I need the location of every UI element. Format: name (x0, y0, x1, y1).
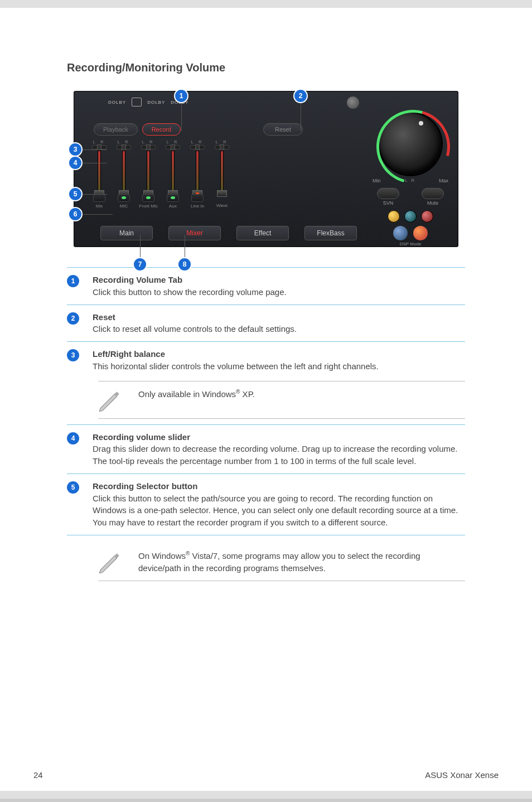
balance-slider[interactable] (190, 145, 205, 149)
tab-playback[interactable]: Playback (94, 123, 138, 136)
lr-label: L R (114, 140, 134, 144)
knob-panel: Min L R Max SVN Mute (369, 113, 452, 247)
row-label: Left/Right balance (93, 348, 465, 360)
balance-slider[interactable] (215, 145, 229, 149)
volume-slider[interactable] (171, 151, 175, 192)
selector-button[interactable] (191, 194, 204, 202)
row-body: Click this button to select the path/sou… (93, 494, 458, 528)
channel-col: L R MIC (114, 140, 134, 209)
lr-label: L R (138, 140, 158, 144)
lead-line (81, 194, 107, 195)
logo-dolby: DOLBY (147, 100, 165, 105)
row-number: 3 (67, 349, 79, 361)
tab-mixer[interactable]: Mixer (168, 226, 221, 240)
callout-5: 5 (69, 188, 81, 200)
tab-record[interactable]: Record (142, 123, 181, 136)
tab-effect[interactable]: Effect (236, 226, 289, 240)
selector-button[interactable] (167, 194, 179, 202)
row-text: Recording Selector button Click this but… (93, 480, 465, 529)
pencil-icon (98, 388, 122, 412)
channel-col: L R Front Mic (138, 140, 158, 209)
product-name: ASUS Xonar Xense (425, 770, 499, 780)
desc-row: 1 Recording Volume Tab Click this button… (67, 267, 465, 305)
tab-main[interactable]: Main (100, 226, 153, 240)
channel-col: L R Wave (212, 140, 232, 209)
lr-label: L R (163, 140, 183, 144)
desc-row: 5 Recording Selector button Click this b… (67, 474, 465, 535)
note-text: Only available in Windows® XP. (138, 388, 255, 400)
bottom-gray-bar (0, 791, 532, 799)
dsp-gx-button[interactable] (413, 226, 428, 240)
row-number: 4 (67, 432, 79, 445)
row-label: Recording volume slider (93, 431, 465, 443)
desc-row: 2 Reset Click to reset all volume contro… (67, 305, 465, 342)
selector-button[interactable] (142, 194, 154, 202)
balance-slider[interactable] (117, 145, 131, 149)
dsp-row (369, 226, 452, 240)
callout-4: 4 (69, 157, 81, 169)
tab-row: Playback Record (94, 123, 181, 136)
row-body: Click this button to show the recording … (93, 287, 287, 297)
channel-col: L R Aux (163, 140, 183, 209)
channel-label: Front Mic (138, 204, 158, 209)
channel-label: Mix (89, 204, 109, 209)
row-label: Recording Selector button (93, 480, 465, 492)
volume-slider[interactable] (220, 151, 224, 192)
channel-label: Line In (187, 204, 207, 209)
row-number: 2 (67, 312, 79, 325)
callout-1: 1 (175, 90, 187, 102)
volume-slider[interactable] (98, 151, 101, 192)
channel-label: MIC (114, 204, 134, 209)
row-text: Reset Click to reset all volume controls… (93, 311, 465, 336)
channel-label: Wave (212, 203, 232, 208)
dsp-hf-button[interactable] (393, 226, 408, 240)
mode-icon[interactable] (404, 210, 417, 223)
row-body: Click to reset all volume controls to th… (93, 324, 297, 334)
mini-icons (369, 210, 452, 223)
row-text: Recording Volume Tab Click this button t… (93, 274, 465, 298)
row-text: Left/Right balance This horizontal slide… (93, 348, 465, 373)
page-number: 24 (33, 770, 43, 780)
lr-label: L R (89, 140, 109, 144)
tab-flexbass[interactable]: FlexBass (304, 226, 357, 240)
note-text: On Windows® Vista/7, some programs may a… (138, 550, 465, 574)
callout-8: 8 (178, 258, 191, 270)
audio-panel: DOLBY DOLBY DOLBY Playback Record Reset … (74, 91, 458, 247)
max-label: Max (439, 178, 448, 183)
row-label: Recording Volume Tab (93, 274, 465, 286)
dsp-label: DSP Mode (369, 241, 452, 247)
balance-slider[interactable] (141, 145, 156, 149)
reset-button[interactable]: Reset (263, 123, 303, 136)
mute-toggle[interactable] (422, 188, 444, 199)
callout-7: 7 (134, 258, 146, 270)
desc-row: 3 Left/Right balance This horizontal sli… (67, 341, 465, 379)
balance-slider[interactable] (92, 145, 107, 149)
row-number: 1 (67, 275, 79, 287)
note-prefix: Only available in Windows (138, 389, 236, 399)
channel-col: L R Line In (187, 140, 207, 209)
svn-mute-row: SVN Mute (377, 188, 444, 206)
callout-6: 6 (69, 208, 81, 220)
logo-dolby: DOLBY (108, 100, 126, 105)
master-volume-knob[interactable] (380, 113, 441, 175)
volume-slider[interactable] (122, 151, 125, 192)
lead-line (81, 163, 107, 163)
balance-slider[interactable] (166, 145, 180, 149)
lr-label: L R (187, 140, 207, 144)
svn-toggle[interactable] (377, 188, 399, 199)
selector-button[interactable] (118, 194, 130, 202)
volume-slider[interactable] (196, 151, 199, 192)
lead-line (185, 235, 185, 258)
screenshot-with-callouts: 1 2 3 4 5 6 7 8 DOLBY DOLBY DOLBY (74, 91, 458, 247)
selector-button[interactable] (93, 194, 105, 202)
mode-icon[interactable] (388, 210, 400, 223)
bottom-nav: Main Mixer Effect FlexBass (100, 226, 357, 240)
page: Recording/Monitoring Volume 1 2 3 4 5 6 … (0, 0, 532, 802)
channel-col: L R Mix (89, 140, 109, 209)
volume-slider[interactable] (147, 151, 150, 192)
lead-line (301, 102, 301, 131)
svn-label: SVN (377, 200, 399, 206)
section-title: Recording/Monitoring Volume (33, 0, 499, 81)
mode-icon[interactable] (421, 210, 433, 223)
lr-label: L R (212, 140, 232, 144)
